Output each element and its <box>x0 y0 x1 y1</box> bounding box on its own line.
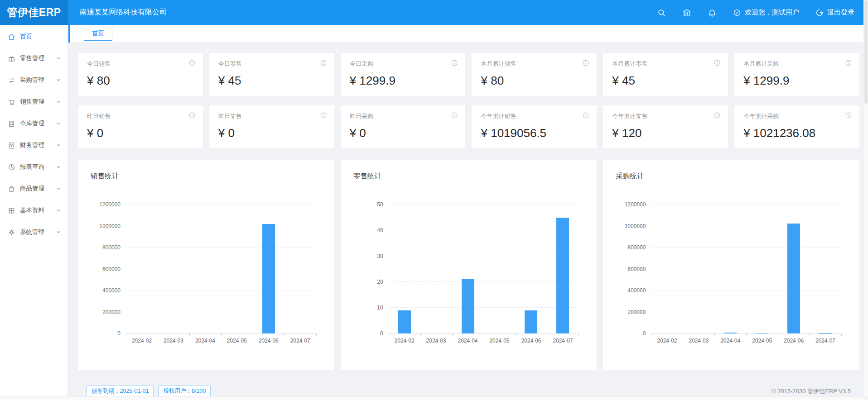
stat-label: 昨日采购 <box>350 112 457 120</box>
grid-line <box>651 290 841 290</box>
chevron-down-icon <box>56 99 61 105</box>
logout-button[interactable]: 退出登录 <box>815 8 854 17</box>
info-icon[interactable] <box>714 59 721 67</box>
sidebar-item-basicdata[interactable]: 基本资料 <box>0 200 68 221</box>
x-axis-tick <box>452 333 453 336</box>
sidebar-item-label: 报表查询 <box>20 163 44 171</box>
service-expiry-badge: 服务到期：2025-01-01 <box>87 385 154 397</box>
header-actions: 欢迎您，测试用户 退出登录 <box>657 8 868 17</box>
x-axis-tick <box>389 333 389 336</box>
bar-2024-04 <box>724 333 737 333</box>
grid-line <box>126 204 316 205</box>
info-icon[interactable] <box>845 59 852 67</box>
x-axis-tick <box>778 333 778 336</box>
info-icon[interactable] <box>451 112 458 119</box>
reports-icon <box>8 163 15 171</box>
bar-2024-07 <box>556 218 569 334</box>
chevron-down-icon <box>56 77 61 83</box>
welcome-user[interactable]: 欢迎您，测试用户 <box>733 8 799 17</box>
stat-label: 本月累计销售 <box>481 60 588 68</box>
x-axis-tick <box>253 333 253 336</box>
sidebar-item-finance[interactable]: 财务管理 <box>0 134 68 156</box>
sidebar-item-system[interactable]: 系统管理 <box>0 221 68 243</box>
finance-icon <box>8 142 15 149</box>
vertical-scrollbar[interactable] <box>863 0 868 396</box>
info-icon[interactable] <box>188 112 196 119</box>
info-icon[interactable] <box>582 59 589 67</box>
x-axis-tick <box>189 333 190 336</box>
x-axis-label: 2024-03 <box>689 338 709 344</box>
stat-card: 今日采购¥ 1299.9 <box>341 53 466 96</box>
bar-2024-04 <box>462 279 474 333</box>
x-axis-label: 2024-04 <box>720 338 740 344</box>
chart-card: 零售统计010203040502024-022024-032024-042024… <box>341 160 597 370</box>
info-icon[interactable] <box>714 112 721 119</box>
bell-icon[interactable] <box>708 8 717 17</box>
grid-line <box>126 290 316 290</box>
copyright-text: © 2015-2030 管伊佳ERP V3.5 <box>772 387 851 395</box>
info-icon[interactable] <box>320 112 327 119</box>
x-axis-tick <box>221 333 222 336</box>
x-axis-tick <box>316 333 317 336</box>
x-axis-label: 2024-05 <box>752 338 772 344</box>
sidebar-item-retail[interactable]: 零售管理 <box>0 48 68 69</box>
sidebar-item-label: 基本资料 <box>20 206 44 214</box>
x-axis-label: 2024-04 <box>458 338 478 344</box>
chart-plot-area: 010203040502024-022024-032024-042024-052… <box>389 205 579 333</box>
grid-line <box>651 247 841 248</box>
sidebar-item-purchase[interactable]: 采购管理 <box>0 69 68 91</box>
chart-title: 零售统计 <box>353 171 584 181</box>
logout-icon <box>815 9 824 17</box>
y-axis-tick-label: 600000 <box>610 266 646 272</box>
sidebar-item-reports[interactable]: 报表查询 <box>0 156 68 178</box>
grid-line <box>389 204 579 205</box>
x-axis-tick <box>841 333 842 336</box>
vertical-scrollbar-thumb[interactable] <box>864 0 868 104</box>
x-axis-label: 2024-04 <box>195 338 215 344</box>
company-name: 南通某某网络科技有限公司 <box>80 8 167 17</box>
y-axis-tick-label: 50 <box>348 201 383 208</box>
x-axis-tick <box>420 333 421 336</box>
sidebar-item-sales[interactable]: 销售管理 <box>0 91 68 113</box>
bar-2024-06 <box>262 224 275 333</box>
y-axis-tick-label: 400000 <box>85 287 121 294</box>
stat-label: 今年累计销售 <box>481 112 588 120</box>
x-axis-label: 2024-03 <box>426 338 446 344</box>
stat-card: 昨日销售¥ 0 <box>78 105 203 148</box>
chevron-down-icon <box>56 164 61 170</box>
bank-icon[interactable] <box>682 8 691 17</box>
stat-value: ¥ 0 <box>218 126 325 140</box>
sidebar-item-home[interactable]: 首页 <box>0 26 68 48</box>
sidebar-menu: 首页零售管理采购管理销售管理仓库管理财务管理报表查询商品管理基本资料系统管理 <box>0 26 68 243</box>
dashboard-content: 今日销售¥ 80今日零售¥ 45今日采购¥ 1299.9本月累计销售¥ 80本月… <box>68 43 868 400</box>
info-icon[interactable] <box>188 59 196 67</box>
x-axis-label: 2024-05 <box>227 338 247 344</box>
tab-home[interactable]: 首页 <box>84 27 112 41</box>
info-icon[interactable] <box>582 112 589 119</box>
stat-card: 今年累计销售¥ 1019056.5 <box>472 105 597 148</box>
grid-line <box>126 269 316 269</box>
grid-line <box>126 226 316 226</box>
y-axis-tick-label: 1000000 <box>85 223 121 229</box>
x-axis-tick <box>158 333 158 336</box>
info-icon[interactable] <box>451 59 458 67</box>
bar-2024-06 <box>787 224 800 333</box>
y-axis-tick-label: 800000 <box>85 244 121 251</box>
search-icon[interactable] <box>657 8 666 17</box>
y-axis-tick-label: 1200000 <box>85 201 121 208</box>
grid-line <box>389 281 579 282</box>
x-axis-tick <box>579 333 579 336</box>
horizontal-scrollbar[interactable] <box>0 396 863 400</box>
stats-cards: 今日销售¥ 80今日零售¥ 45今日采购¥ 1299.9本月累计销售¥ 80本月… <box>78 53 859 148</box>
stat-card: 今年累计采购¥ 1021236.08 <box>734 105 859 148</box>
info-icon[interactable] <box>845 112 852 119</box>
sidebar-item-goods[interactable]: 商品管理 <box>0 178 68 200</box>
grid-line <box>651 312 841 312</box>
sidebar-item-warehouse[interactable]: 仓库管理 <box>0 113 68 134</box>
info-icon[interactable] <box>320 59 327 67</box>
charts-row: 销售统计020000040000060000080000010000001200… <box>78 160 859 370</box>
x-axis-tick <box>810 333 810 336</box>
y-axis-tick-label: 20 <box>348 279 383 285</box>
home-icon <box>8 33 15 41</box>
x-axis-label: 2024-02 <box>395 338 415 344</box>
